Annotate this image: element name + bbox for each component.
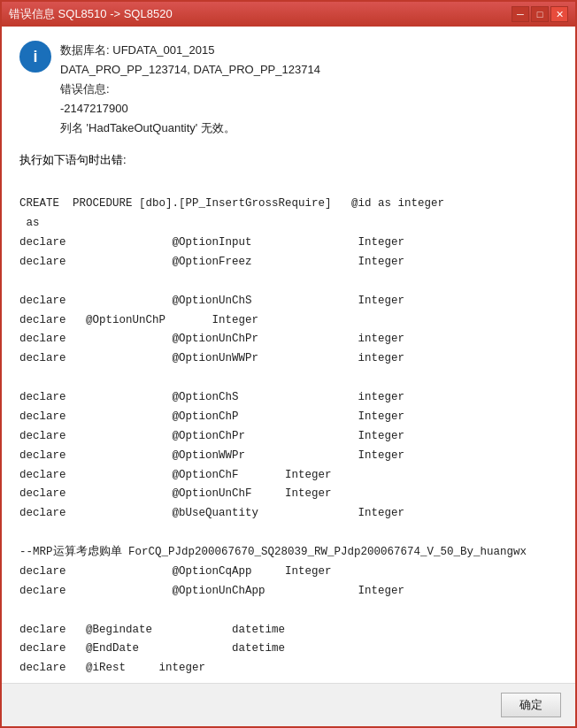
content-area: i 数据库名: UFDATA_001_2015 DATA_PRO_PP_1237… (2, 27, 575, 683)
window-title: 错误信息 SQL8510 -> SQL8520 (9, 6, 173, 22)
exec-label: 执行如下语句时出错: (19, 152, 558, 168)
maximize-button[interactable]: □ (531, 6, 549, 22)
minimize-button[interactable]: ─ (512, 6, 529, 22)
db-name: UFDATA_001_2015 (112, 43, 214, 57)
close-button[interactable]: ✕ (550, 6, 568, 22)
title-bar-left: 错误信息 SQL8510 -> SQL8520 (9, 6, 173, 22)
bottom-bar: 确定 (2, 683, 575, 726)
info-icon: i (19, 41, 51, 73)
error-msg: 列名 'HadTakeOutQuantity' 无效。 (60, 121, 235, 134)
info-section: i 数据库名: UFDATA_001_2015 DATA_PRO_PP_1237… (19, 41, 558, 138)
title-bar: 错误信息 SQL8510 -> SQL8520 ─ □ ✕ (2, 2, 575, 27)
error-code: -2147217900 (60, 102, 128, 115)
error-dialog: 错误信息 SQL8510 -> SQL8520 ─ □ ✕ i 数据库名: UF… (0, 0, 577, 728)
db-detail: DATA_PRO_PP_123714, DATA_PRO_PP_123714 (60, 63, 320, 76)
confirm-button[interactable]: 确定 (501, 693, 561, 717)
db-name-label: 数据库名: (60, 43, 110, 57)
info-text-block: 数据库名: UFDATA_001_2015 DATA_PRO_PP_123714… (60, 41, 320, 138)
sql-code-area: CREATE PROCEDURE [dbo].[PP_InsertGrossRe… (19, 175, 558, 683)
title-bar-controls: ─ □ ✕ (512, 6, 568, 22)
error-label: 错误信息: (60, 82, 110, 96)
